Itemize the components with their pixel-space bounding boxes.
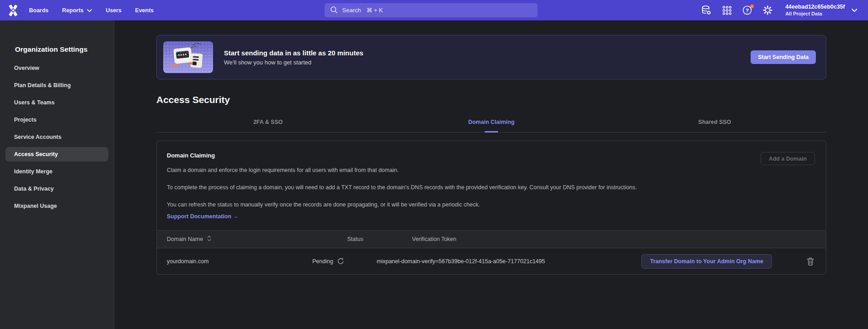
sidebar-item-users-teams[interactable]: Users & Teams — [5, 95, 108, 110]
table-row: yourdomain.com Pending mixpanel-domain-v… — [157, 248, 826, 274]
transfer-domain-button[interactable]: Transfer Domain to Your Admin Org Name — [641, 254, 772, 269]
search-shortcut-hint: ⌘ + K — [366, 7, 383, 14]
notification-dot — [750, 5, 754, 8]
search-icon — [330, 6, 338, 15]
banner-texts: Start sending data in as little as 20 mi… — [224, 49, 364, 66]
delete-domain-icon[interactable] — [807, 257, 814, 265]
column-header-label: Domain Name — [167, 236, 203, 242]
search-placeholder-text: Search — [342, 7, 361, 14]
sidebar-item-plan-details-billing[interactable]: Plan Details & Billing — [5, 78, 108, 93]
nav-item-boards[interactable]: Boards — [22, 0, 55, 20]
sidebar-item-mixpanel-usage[interactable]: Mixpanel Usage — [5, 199, 108, 213]
sidebar-item-data-privacy[interactable]: Data & Privacy — [5, 182, 108, 196]
sidebar-list: Overview Plan Details & Billing Users & … — [0, 61, 114, 213]
start-sending-data-button[interactable]: Start Sending Data — [751, 50, 816, 64]
column-header-domain-name[interactable]: Domain Name — [157, 236, 312, 243]
access-security-tabs: 2FA & SSO Domain Claiming Shared SSO — [156, 119, 826, 133]
tab-2fa-sso[interactable]: 2FA & SSO — [156, 119, 380, 132]
svg-text:?: ? — [746, 8, 749, 13]
sidebar-item-overview[interactable]: Overview — [5, 61, 108, 75]
settings-gear-icon[interactable] — [762, 5, 773, 16]
sidebar-item-service-accounts[interactable]: Service Accounts — [5, 130, 108, 144]
nav-menu: Boards Reports Users Events — [22, 0, 160, 20]
nav-item-label: Events — [135, 7, 154, 14]
nav-item-events[interactable]: Events — [128, 0, 160, 20]
tab-shared-sso[interactable]: Shared SSO — [603, 119, 826, 132]
search-input[interactable]: Search ⌘ + K — [325, 3, 538, 17]
banner-illustration — [163, 41, 213, 73]
nav-item-label: Boards — [29, 7, 48, 14]
cell-domain-name: yourdomain.com — [157, 258, 312, 265]
domain-claiming-card: Domain Claiming Add a Domain Claim a dom… — [156, 141, 826, 275]
cell-verification-token: mixpanel-domain-verify=567b39be-012f-415… — [377, 258, 631, 265]
description-paragraph: Claim a domain and enforce the login req… — [157, 165, 826, 175]
nav-item-label: Users — [106, 7, 121, 14]
claimed-domains-table: Domain Name Status Verification Token — [157, 230, 826, 274]
column-header-status: Status — [312, 236, 377, 242]
cell-status: Pending — [312, 258, 377, 265]
support-documentation-link[interactable]: Support Documentation → — [167, 213, 238, 220]
nav-item-label: Reports — [62, 7, 83, 14]
banner-subtitle: We'll show you how to get started — [224, 59, 364, 66]
org-settings-sidebar: Organization Settings Overview Plan Deta… — [0, 20, 114, 329]
account-texts: 44eebad12c65eb0c35f All Project Data — [786, 4, 845, 17]
org-id: 44eebad12c65eb0c35f — [786, 4, 845, 10]
chevron-down-icon — [852, 6, 857, 14]
sidebar-title: Organization Settings — [15, 45, 114, 54]
chevron-down-icon — [87, 7, 92, 14]
sidebar-item-access-security[interactable]: Access Security — [5, 147, 108, 162]
table-header-row: Domain Name Status Verification Token — [157, 230, 826, 248]
account-switcher[interactable]: 44eebad12c65eb0c35f All Project Data — [786, 4, 857, 17]
tab-domain-claiming[interactable]: Domain Claiming — [380, 119, 603, 132]
onboarding-banner: Start sending data in as little as 20 mi… — [156, 35, 826, 79]
data-management-icon[interactable] — [701, 5, 712, 16]
sidebar-item-projects[interactable]: Projects — [5, 113, 108, 127]
help-icon[interactable]: ? — [742, 5, 753, 16]
nav-item-users[interactable]: Users — [99, 0, 128, 20]
sort-icon — [207, 236, 211, 243]
column-header-verification-token: Verification Token — [377, 236, 631, 242]
nav-right-cluster: ? 44eebad12c65eb0c35f All Project Data — [701, 0, 868, 20]
apps-grid-icon[interactable] — [722, 5, 732, 16]
card-title: Domain Claiming — [157, 141, 826, 159]
mixpanel-logo-icon[interactable] — [6, 4, 20, 17]
nav-item-reports[interactable]: Reports — [55, 0, 99, 20]
cell-actions: Transfer Domain to Your Admin Org Name — [631, 254, 826, 269]
project-scope: All Project Data — [786, 11, 845, 17]
sidebar-item-identity-merge[interactable]: Identity Merge — [5, 164, 108, 179]
page-title: Access Security — [156, 94, 826, 105]
refresh-status-icon[interactable] — [337, 258, 344, 265]
description-paragraph: You can refresh the status to manually v… — [157, 200, 826, 210]
status-badge: Pending — [312, 258, 333, 265]
add-domain-button[interactable]: Add a Domain — [761, 152, 815, 165]
top-navigation: Boards Reports Users Events Search ⌘ + K — [0, 0, 868, 20]
description-paragraph: To complete the process of claiming a do… — [157, 182, 678, 192]
banner-title: Start sending data in as little as 20 mi… — [224, 49, 364, 57]
